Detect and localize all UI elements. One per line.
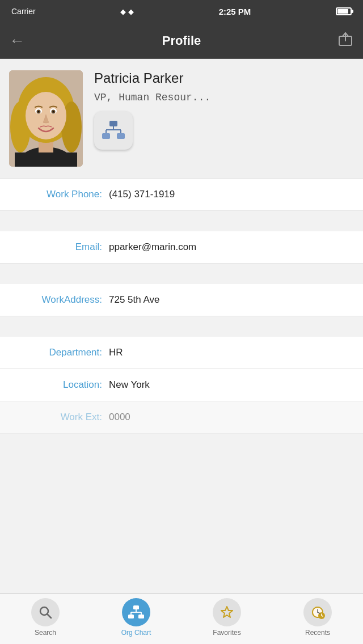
time-display: 2:25 PM — [219, 7, 251, 16]
department-value: HR — [109, 347, 123, 358]
profile-header: Patricia Parker VP, Human Resour... — [0, 59, 363, 179]
share-button[interactable] — [326, 31, 354, 51]
org-chart-button[interactable] — [94, 111, 133, 150]
svg-rect-4 — [15, 152, 77, 167]
location-row: Location: New York — [0, 369, 363, 401]
tab-favorites[interactable]: Favorites — [182, 594, 272, 644]
navigation-bar: ← Profile — [0, 23, 363, 59]
svg-point-14 — [38, 111, 40, 113]
department-row: Department: HR — [0, 337, 363, 369]
work-phone-row: Work Phone: (415) 371-1919 — [0, 179, 363, 211]
email-value[interactable]: pparker@marin.com — [109, 242, 196, 253]
svg-point-15 — [53, 111, 54, 113]
location-value: New York — [109, 379, 150, 391]
svg-rect-22 — [117, 133, 125, 139]
email-label: Email: — [11, 242, 102, 253]
svg-rect-31 — [138, 615, 144, 618]
tab-search[interactable]: Search — [0, 594, 91, 644]
svg-rect-25 — [133, 605, 139, 609]
favorites-tab-circle — [213, 598, 241, 626]
work-ext-row: Work Ext: 0000 — [0, 401, 363, 434]
svg-marker-32 — [221, 607, 233, 617]
section-gap-3 — [0, 316, 363, 337]
work-address-row: WorkAddress: 725 5th Ave — [0, 284, 363, 316]
org-chart-tab-label: Org Chart — [121, 629, 151, 637]
work-ext-value: 0000 — [109, 412, 130, 423]
profile-info: Patricia Parker VP, Human Resour... — [94, 70, 354, 150]
recents-tab-circle — [303, 598, 332, 626]
battery-area — [336, 7, 352, 15]
profile-job-title: VP, Human Resour... — [94, 92, 354, 103]
profile-photo — [9, 70, 83, 167]
svg-rect-16 — [109, 121, 117, 126]
email-row: Email: pparker@marin.com — [0, 231, 363, 264]
profile-content: Work Phone: (415) 371-1919 Email: pparke… — [0, 179, 363, 644]
favorites-tab-label: Favorites — [213, 629, 240, 637]
tab-bar: Search Org Chart Favorites — [0, 593, 363, 644]
recents-tab-label: Recents — [305, 629, 330, 637]
tab-org-chart[interactable]: Org Chart — [91, 594, 182, 644]
work-phone-label: Work Phone: — [11, 189, 102, 200]
search-tab-circle — [31, 598, 60, 626]
location-label: Location: — [11, 379, 102, 391]
svg-line-24 — [47, 614, 51, 618]
section-gap-2 — [0, 264, 363, 284]
carrier-label: Carrier — [11, 7, 36, 16]
work-address-value: 725 5th Ave — [109, 294, 160, 306]
work-ext-label: Work Ext: — [11, 412, 102, 423]
work-phone-value[interactable]: (415) 371-1919 — [109, 189, 175, 200]
work-address-label: WorkAddress: — [11, 294, 102, 306]
profile-name: Patricia Parker — [94, 70, 354, 86]
section-gap-1 — [0, 211, 363, 231]
wifi-icon: ◆ ◆ — [120, 7, 134, 16]
org-chart-tab-circle — [122, 598, 150, 626]
battery-icon — [336, 7, 352, 15]
department-label: Department: — [11, 347, 102, 358]
status-bar: Carrier ◆ ◆ 2:25 PM — [0, 0, 363, 23]
svg-rect-20 — [102, 133, 110, 139]
svg-rect-29 — [128, 615, 134, 618]
search-tab-label: Search — [35, 629, 56, 637]
back-button[interactable]: ← — [9, 32, 37, 50]
page-title: Profile — [37, 33, 326, 48]
tab-recents[interactable]: Recents — [272, 594, 363, 644]
